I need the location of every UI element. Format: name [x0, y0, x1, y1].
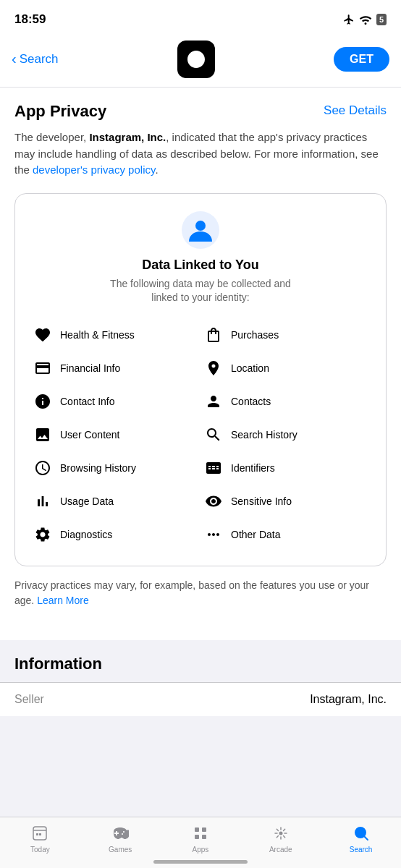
- browsing-icon: [33, 458, 53, 478]
- tab-games[interactable]: Games: [98, 823, 142, 854]
- contact-info-label: Contact Info: [60, 396, 115, 407]
- identifiers-label: Identifiers: [231, 462, 275, 474]
- tab-search[interactable]: Search: [339, 823, 383, 854]
- privacy-description: The developer, Instagram, Inc., indicate…: [14, 129, 387, 179]
- arcade-tab-label: Arcade: [269, 846, 292, 854]
- svg-rect-4: [36, 833, 38, 835]
- back-label: Search: [20, 52, 59, 67]
- main-content: App Privacy See Details The developer, I…: [0, 88, 401, 640]
- purchases-label: Purchases: [231, 329, 279, 341]
- information-title: Information: [14, 640, 387, 682]
- data-item-user-content: User Content: [30, 418, 200, 451]
- svg-point-10: [279, 832, 282, 835]
- tab-today[interactable]: Today: [18, 823, 62, 854]
- data-item-sensitive: Sensitive Info: [200, 485, 371, 518]
- home-indicator: [153, 860, 248, 864]
- svg-rect-8: [195, 827, 199, 832]
- svg-rect-5: [39, 833, 41, 835]
- svg-rect-7: [202, 835, 206, 839]
- status-bar: 18:59 5: [0, 0, 401, 35]
- data-item-browsing: Browsing History: [30, 451, 200, 485]
- games-tab-icon: [110, 823, 130, 843]
- health-label: Health & Fitness: [60, 329, 135, 341]
- section-header: App Privacy See Details: [14, 102, 387, 121]
- data-item-identifiers: Identifiers: [200, 451, 371, 485]
- data-item-contacts: Contacts: [200, 385, 371, 418]
- data-item-usage: Usage Data: [30, 485, 200, 518]
- back-chevron-icon: ‹: [12, 51, 17, 67]
- financial-icon: [33, 358, 53, 378]
- contact-info-icon: [33, 391, 53, 412]
- wifi-icon: [359, 14, 372, 25]
- usage-icon: [33, 491, 53, 511]
- contacts-label: Contacts: [231, 396, 271, 407]
- apps-tab-label: Apps: [193, 846, 209, 854]
- threads-logo-icon: [185, 48, 208, 71]
- location-icon: [203, 358, 224, 378]
- svg-rect-9: [202, 827, 206, 832]
- financial-label: Financial Info: [60, 362, 120, 374]
- sensitive-icon: [203, 491, 224, 511]
- usage-label: Usage Data: [60, 495, 114, 507]
- tab-arcade[interactable]: Arcade: [259, 823, 303, 854]
- data-item-search-history: Search History: [200, 418, 371, 451]
- data-item-location: Location: [200, 352, 371, 385]
- diagnostics-icon: [33, 524, 53, 545]
- health-icon: [33, 325, 53, 345]
- svg-rect-6: [195, 835, 199, 839]
- person-linked-icon: [182, 211, 219, 249]
- seller-value: Instagram, Inc.: [310, 693, 387, 706]
- contacts-icon: [203, 391, 224, 412]
- location-label: Location: [231, 362, 269, 374]
- today-tab-label: Today: [30, 846, 50, 854]
- browsing-label: Browsing History: [60, 462, 136, 474]
- privacy-card-title: Data Linked to You: [142, 258, 258, 273]
- identifiers-icon: [203, 458, 224, 478]
- back-button[interactable]: ‹ Search: [12, 51, 59, 67]
- data-item-other: Other Data: [200, 518, 371, 551]
- status-time: 18:59: [14, 12, 46, 27]
- privacy-card-header: Data Linked to You The following data ma…: [30, 211, 371, 305]
- arcade-tab-icon: [271, 823, 291, 843]
- information-section: Information Seller Instagram, Inc.: [0, 640, 401, 716]
- search-tab-label: Search: [350, 846, 373, 854]
- user-content-icon: [33, 425, 53, 445]
- search-history-label: Search History: [231, 429, 297, 441]
- search-history-icon: [203, 425, 224, 445]
- status-icons: 5: [343, 14, 387, 25]
- today-tab-icon: [30, 823, 50, 843]
- section-title: App Privacy: [14, 102, 106, 121]
- data-grid: Health & Fitness Purchases Financial Inf…: [30, 318, 371, 551]
- airplane-icon: [343, 14, 355, 25]
- other-data-label: Other Data: [231, 529, 280, 540]
- svg-line-12: [364, 837, 368, 841]
- seller-row: Seller Instagram, Inc.: [0, 682, 401, 716]
- games-tab-label: Games: [109, 846, 132, 854]
- apps-tab-icon: [190, 823, 211, 843]
- purchases-icon: [203, 325, 224, 345]
- privacy-card: Data Linked to You The following data ma…: [14, 193, 387, 566]
- privacy-policy-link[interactable]: developer's privacy policy: [33, 163, 155, 176]
- privacy-card-subtitle: The following data may be collected andl…: [110, 277, 291, 305]
- data-item-contact-info: Contact Info: [30, 385, 200, 418]
- diagnostics-label: Diagnostics: [60, 529, 112, 540]
- search-tab-icon: [351, 823, 371, 843]
- data-item-purchases: Purchases: [200, 318, 371, 352]
- other-data-icon: [203, 524, 224, 545]
- app-icon: [177, 41, 215, 78]
- privacy-footer-note: Privacy practices may vary, for example,…: [14, 578, 387, 608]
- learn-more-link[interactable]: Learn More: [37, 595, 89, 606]
- tab-apps[interactable]: Apps: [179, 823, 222, 854]
- data-item-financial: Financial Info: [30, 352, 200, 385]
- nav-bar: ‹ Search GET: [0, 35, 401, 88]
- see-details-link[interactable]: See Details: [324, 103, 387, 118]
- user-content-label: User Content: [60, 429, 119, 441]
- sensitive-label: Sensitive Info: [231, 495, 292, 507]
- data-item-diagnostics: Diagnostics: [30, 518, 200, 551]
- data-item-health: Health & Fitness: [30, 318, 200, 352]
- seller-label: Seller: [14, 693, 44, 706]
- developer-name: Instagram, Inc.: [89, 131, 166, 143]
- get-button[interactable]: GET: [334, 47, 389, 72]
- battery-icon: 5: [376, 14, 387, 25]
- svg-point-1: [195, 221, 206, 231]
